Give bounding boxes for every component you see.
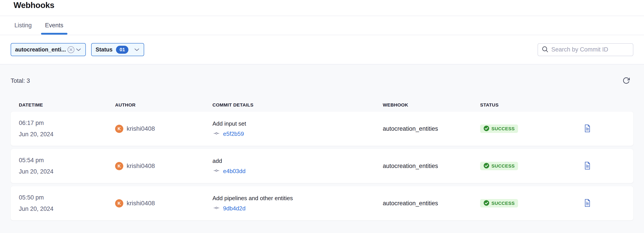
events-content: Total: 3 DATETIME AUTHOR COMMIT DETAILS …: [0, 64, 644, 233]
author-name: krishi0408: [127, 125, 155, 132]
filter-bar: autocreation_enti... Status 01: [0, 35, 644, 64]
check-circle-icon: [484, 125, 490, 132]
commit-details-cell: Add pipelines and other entities 9db4d2d: [212, 195, 383, 212]
git-commit-icon: [212, 130, 220, 137]
status-badge: SUCCESS: [480, 124, 518, 133]
author-cell: K krishi0408: [115, 125, 212, 133]
chevron-down-icon: [134, 48, 140, 52]
search-input[interactable]: [551, 46, 630, 53]
actions-cell: [584, 124, 625, 133]
event-time: 05:54 pm: [19, 157, 115, 164]
circle-x-icon[interactable]: [67, 46, 75, 54]
git-commit-icon: [212, 168, 220, 174]
status-label: SUCCESS: [492, 163, 515, 169]
actions-cell: [584, 161, 625, 170]
view-payload-button[interactable]: [584, 199, 591, 208]
page-title: Webhooks: [14, 1, 644, 10]
event-table-row: 05:54 pm Jun 20, 2024 K krishi0408 add: [11, 149, 633, 183]
event-time: 05:50 pm: [19, 194, 115, 201]
commit-id-link[interactable]: e5f2b59: [223, 130, 244, 137]
commit-message: Add pipelines and other entities: [212, 195, 383, 202]
author-cell: K krishi0408: [115, 199, 212, 207]
page-header: Webhooks: [0, 0, 644, 16]
refresh-button[interactable]: [622, 77, 630, 85]
status-cell: SUCCESS: [480, 199, 584, 207]
events-table-body: 06:17 pm Jun 20, 2024 K krishi0408 Add i…: [11, 112, 633, 220]
event-table-row: 06:17 pm Jun 20, 2024 K krishi0408 Add i…: [11, 112, 633, 146]
status-badge: SUCCESS: [480, 199, 518, 207]
chevron-down-icon: [76, 48, 82, 52]
webhook-name-cell: autocreation_entities: [383, 125, 480, 132]
webhook-name-cell: autocreation_entities: [383, 200, 480, 207]
author-cell: K krishi0408: [115, 162, 212, 170]
commit-details-cell: add e4b03dd: [212, 158, 383, 175]
document-icon: [584, 161, 591, 170]
webhook-filter-label: autocreation_enti...: [15, 46, 66, 53]
table-header: DATETIME AUTHOR COMMIT DETAILS WEBHOOK S…: [11, 98, 633, 112]
commit-details-cell: Add input set e5f2b59: [212, 120, 383, 137]
tab-listing[interactable]: Listing: [10, 16, 36, 35]
webhook-name-cell: autocreation_entities: [383, 163, 480, 169]
tab-events[interactable]: Events: [41, 16, 68, 35]
search-icon: [542, 46, 549, 54]
commit-message: Add input set: [212, 120, 383, 127]
column-header-author: AUTHOR: [115, 102, 212, 108]
column-header-webhook: WEBHOOK: [383, 102, 480, 108]
status-badge: SUCCESS: [480, 162, 518, 170]
summary-row: Total: 3: [11, 77, 633, 85]
total-count-label: Total: 3: [11, 77, 30, 84]
commit-search-box: [538, 43, 633, 56]
datetime-cell: 06:17 pm Jun 20, 2024: [19, 120, 115, 138]
column-header-commit-details: COMMIT DETAILS: [212, 102, 383, 108]
status-label: SUCCESS: [492, 126, 515, 131]
status-filter-label: Status: [96, 46, 112, 53]
column-header-datetime: DATETIME: [19, 102, 115, 108]
git-commit-icon: [212, 205, 220, 212]
status-filter-chip[interactable]: Status 01: [91, 43, 144, 56]
commit-id-link[interactable]: e4b03dd: [223, 168, 246, 175]
view-payload-button[interactable]: [584, 124, 591, 133]
check-circle-icon: [484, 200, 490, 207]
tabs-bar: Listing Events: [0, 16, 644, 35]
commit-id-link[interactable]: 9db4d2d: [223, 205, 246, 212]
commit-message: add: [212, 158, 383, 164]
status-cell: SUCCESS: [480, 162, 584, 170]
avatar: K: [115, 162, 123, 170]
column-header-status: STATUS: [480, 102, 584, 108]
datetime-cell: 05:54 pm Jun 20, 2024: [19, 157, 115, 175]
event-date: Jun 20, 2024: [19, 205, 115, 212]
status-label: SUCCESS: [492, 201, 515, 206]
document-icon: [584, 124, 591, 133]
author-name: krishi0408: [127, 162, 155, 169]
status-filter-count-badge: 01: [116, 46, 128, 54]
view-payload-button[interactable]: [584, 161, 591, 170]
check-circle-icon: [484, 163, 490, 169]
refresh-icon: [622, 77, 630, 85]
active-tab-underline: [41, 33, 68, 35]
avatar: K: [115, 199, 123, 207]
event-time: 06:17 pm: [19, 120, 115, 126]
document-icon: [584, 199, 591, 208]
status-cell: SUCCESS: [480, 124, 584, 133]
event-date: Jun 20, 2024: [19, 168, 115, 175]
avatar: K: [115, 125, 123, 133]
actions-cell: [584, 199, 625, 208]
author-name: krishi0408: [127, 200, 155, 207]
tab-listing-label: Listing: [14, 22, 32, 29]
datetime-cell: 05:50 pm Jun 20, 2024: [19, 194, 115, 212]
webhook-filter-chip[interactable]: autocreation_enti...: [11, 43, 86, 56]
event-table-row: 05:50 pm Jun 20, 2024 K krishi0408 Add p…: [11, 186, 633, 220]
event-date: Jun 20, 2024: [19, 131, 115, 138]
tab-events-label: Events: [45, 22, 64, 29]
